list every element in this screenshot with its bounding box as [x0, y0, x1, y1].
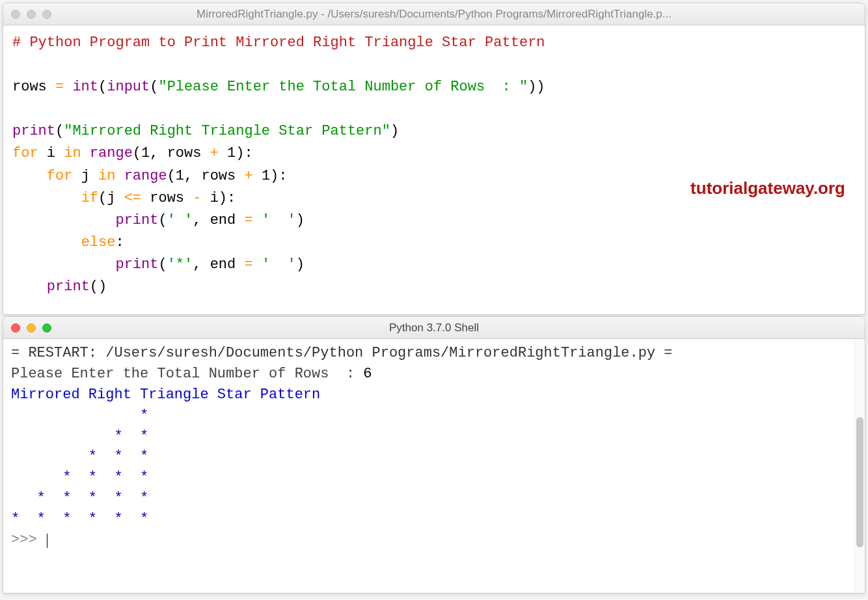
- minimize-icon[interactable]: [27, 323, 36, 333]
- maximize-icon[interactable]: [42, 323, 51, 333]
- shell-prompt: >>>: [11, 532, 46, 548]
- cursor-icon: [47, 534, 47, 548]
- shell-window: Python 3.7.0 Shell = RESTART: /Users/sur…: [3, 316, 865, 593]
- pattern-row: * * * * *: [11, 490, 166, 506]
- pattern-row: * * * * * *: [11, 511, 166, 527]
- close-icon[interactable]: [11, 323, 20, 333]
- shell-traffic-lights: [11, 323, 51, 333]
- user-input: 6: [363, 366, 372, 382]
- minimize-icon[interactable]: [27, 10, 36, 19]
- pattern-row: * * *: [11, 448, 166, 465]
- shell-title-bar[interactable]: Python 3.7.0 Shell: [3, 317, 865, 339]
- scrollbar-thumb[interactable]: [856, 417, 863, 547]
- scrollbar[interactable]: [854, 339, 865, 593]
- input-prompt: Please Enter the Total Number of Rows :: [11, 366, 363, 382]
- editor-traffic-lights: [11, 10, 51, 19]
- pattern-row: * *: [11, 428, 166, 444]
- code-comment: # Python Program to Print Mirrored Right…: [12, 34, 545, 51]
- restart-line: = RESTART: /Users/suresh/Documents/Pytho…: [11, 345, 673, 361]
- shell-output[interactable]: = RESTART: /Users/suresh/Documents/Pytho…: [3, 339, 865, 593]
- close-icon[interactable]: [11, 10, 20, 19]
- watermark: tutorialgateway.org: [690, 175, 845, 201]
- code-editor[interactable]: # Python Program to Print Mirrored Right…: [3, 25, 865, 314]
- output-header: Mirrored Right Triangle Star Pattern: [11, 387, 320, 403]
- shell-title: Python 3.7.0 Shell: [3, 321, 865, 334]
- editor-title-bar[interactable]: MirroredRightTriangle.py - /Users/suresh…: [3, 3, 865, 25]
- editor-window: MirroredRightTriangle.py - /Users/suresh…: [3, 3, 865, 315]
- pattern-row: * * * *: [11, 469, 166, 485]
- pattern-row: *: [11, 407, 166, 424]
- editor-title: MirroredRightTriangle.py - /Users/suresh…: [3, 8, 865, 21]
- maximize-icon[interactable]: [42, 10, 51, 19]
